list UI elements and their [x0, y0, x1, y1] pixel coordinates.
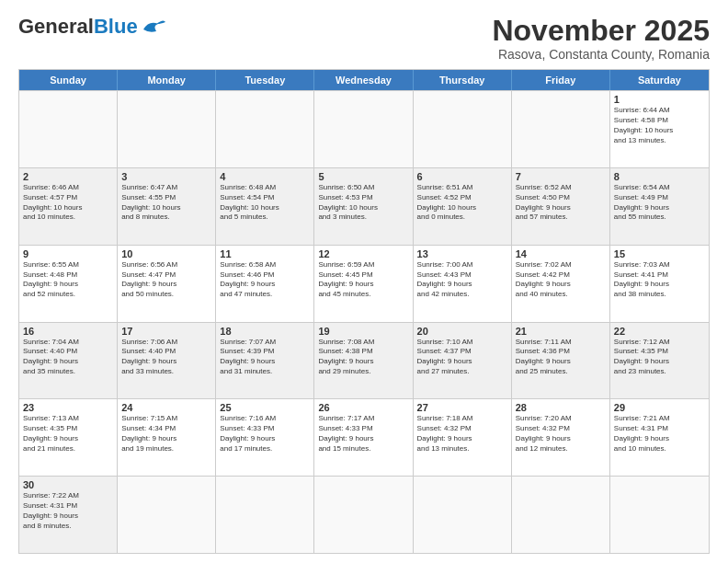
calendar-cell — [414, 477, 512, 553]
day-info: Sunrise: 6:56 AM Sunset: 4:47 PM Dayligh… — [121, 260, 211, 300]
header-day-tuesday: Tuesday — [216, 70, 314, 90]
header: General Blue November 2025 Rasova, Const… — [18, 15, 710, 62]
day-number: 22 — [614, 326, 705, 337]
day-info: Sunrise: 6:54 AM Sunset: 4:49 PM Dayligh… — [614, 183, 705, 223]
calendar-cell: 2Sunrise: 6:46 AM Sunset: 4:57 PM Daylig… — [19, 168, 118, 245]
day-info: Sunrise: 7:21 AM Sunset: 4:31 PM Dayligh… — [614, 414, 705, 454]
day-info: Sunrise: 7:02 AM Sunset: 4:42 PM Dayligh… — [516, 260, 606, 300]
day-info: Sunrise: 6:59 AM Sunset: 4:45 PM Dayligh… — [318, 260, 408, 300]
day-number: 13 — [417, 248, 507, 259]
day-number: 30 — [23, 479, 113, 490]
calendar-body: 1Sunrise: 6:44 AM Sunset: 4:58 PM Daylig… — [19, 90, 709, 553]
day-info: Sunrise: 6:50 AM Sunset: 4:53 PM Dayligh… — [318, 183, 408, 223]
day-number: 5 — [318, 171, 408, 182]
day-number: 8 — [614, 171, 705, 182]
calendar-cell — [118, 477, 216, 553]
day-number: 24 — [121, 402, 211, 413]
header-day-wednesday: Wednesday — [314, 70, 413, 90]
calendar-cell: 3Sunrise: 6:47 AM Sunset: 4:55 PM Daylig… — [118, 168, 216, 245]
calendar-cell — [414, 91, 512, 167]
day-number: 12 — [318, 248, 408, 259]
header-day-friday: Friday — [512, 70, 610, 90]
logo-general-text: General — [18, 15, 94, 39]
calendar-cell: 24Sunrise: 7:15 AM Sunset: 4:34 PM Dayli… — [118, 399, 216, 476]
day-number: 21 — [516, 326, 606, 337]
day-info: Sunrise: 7:13 AM Sunset: 4:35 PM Dayligh… — [23, 414, 113, 454]
calendar-cell: 17Sunrise: 7:06 AM Sunset: 4:40 PM Dayli… — [118, 323, 216, 399]
day-number: 18 — [220, 326, 310, 337]
day-number: 25 — [220, 402, 310, 413]
day-number: 3 — [121, 171, 211, 182]
calendar-week-3: 16Sunrise: 7:04 AM Sunset: 4:40 PM Dayli… — [19, 322, 709, 399]
calendar-cell — [314, 477, 413, 553]
logo-bird-icon — [140, 17, 165, 37]
header-day-monday: Monday — [118, 70, 216, 90]
calendar-week-2: 9Sunrise: 6:55 AM Sunset: 4:48 PM Daylig… — [19, 245, 709, 322]
calendar-cell: 22Sunrise: 7:12 AM Sunset: 4:35 PM Dayli… — [610, 323, 709, 399]
day-info: Sunrise: 6:52 AM Sunset: 4:50 PM Dayligh… — [516, 183, 606, 223]
day-number: 2 — [23, 171, 113, 182]
day-info: Sunrise: 7:12 AM Sunset: 4:35 PM Dayligh… — [614, 338, 705, 377]
day-number: 20 — [417, 326, 507, 337]
calendar-cell: 7Sunrise: 6:52 AM Sunset: 4:50 PM Daylig… — [512, 168, 610, 245]
day-info: Sunrise: 7:03 AM Sunset: 4:41 PM Dayligh… — [614, 260, 705, 300]
day-info: Sunrise: 7:11 AM Sunset: 4:36 PM Dayligh… — [516, 338, 606, 377]
day-number: 26 — [318, 402, 408, 413]
day-info: Sunrise: 7:10 AM Sunset: 4:37 PM Dayligh… — [417, 338, 507, 377]
calendar-cell — [216, 91, 314, 167]
day-number: 19 — [318, 326, 408, 337]
calendar-cell — [512, 477, 610, 553]
day-number: 11 — [220, 248, 310, 259]
calendar-cell: 8Sunrise: 6:54 AM Sunset: 4:49 PM Daylig… — [610, 168, 709, 245]
day-number: 27 — [417, 402, 507, 413]
calendar-cell: 14Sunrise: 7:02 AM Sunset: 4:42 PM Dayli… — [512, 246, 610, 322]
subtitle: Rasova, Constanta County, Romania — [492, 47, 710, 62]
day-info: Sunrise: 7:15 AM Sunset: 4:34 PM Dayligh… — [121, 414, 211, 454]
calendar-cell: 6Sunrise: 6:51 AM Sunset: 4:52 PM Daylig… — [414, 168, 512, 245]
calendar-cell — [216, 477, 314, 553]
day-number: 23 — [23, 402, 113, 413]
day-info: Sunrise: 7:00 AM Sunset: 4:43 PM Dayligh… — [417, 260, 507, 300]
calendar-cell — [118, 91, 216, 167]
calendar-cell: 5Sunrise: 6:50 AM Sunset: 4:53 PM Daylig… — [314, 168, 413, 245]
page: General Blue November 2025 Rasova, Const… — [0, 0, 728, 563]
day-number: 9 — [23, 248, 113, 259]
day-info: Sunrise: 7:16 AM Sunset: 4:33 PM Dayligh… — [220, 414, 310, 454]
calendar-cell: 20Sunrise: 7:10 AM Sunset: 4:37 PM Dayli… — [414, 323, 512, 399]
calendar-cell: 27Sunrise: 7:18 AM Sunset: 4:32 PM Dayli… — [414, 399, 512, 476]
calendar-cell: 11Sunrise: 6:58 AM Sunset: 4:46 PM Dayli… — [216, 246, 314, 322]
day-number: 28 — [516, 402, 606, 413]
calendar-cell — [610, 477, 709, 553]
calendar-cell: 1Sunrise: 6:44 AM Sunset: 4:58 PM Daylig… — [610, 91, 709, 167]
day-info: Sunrise: 6:46 AM Sunset: 4:57 PM Dayligh… — [23, 183, 113, 223]
day-info: Sunrise: 7:22 AM Sunset: 4:31 PM Dayligh… — [23, 491, 113, 531]
calendar-cell: 25Sunrise: 7:16 AM Sunset: 4:33 PM Dayli… — [216, 399, 314, 476]
day-info: Sunrise: 7:07 AM Sunset: 4:39 PM Dayligh… — [220, 338, 310, 377]
calendar-cell: 12Sunrise: 6:59 AM Sunset: 4:45 PM Dayli… — [314, 246, 413, 322]
day-number: 4 — [220, 171, 310, 182]
calendar-cell: 10Sunrise: 6:56 AM Sunset: 4:47 PM Dayli… — [118, 246, 216, 322]
day-number: 7 — [516, 171, 606, 182]
header-day-thursday: Thursday — [414, 70, 512, 90]
day-number: 14 — [516, 248, 606, 259]
day-number: 29 — [614, 402, 705, 413]
calendar-week-5: 30Sunrise: 7:22 AM Sunset: 4:31 PM Dayli… — [19, 476, 709, 553]
day-info: Sunrise: 7:04 AM Sunset: 4:40 PM Dayligh… — [23, 338, 113, 377]
calendar-cell: 29Sunrise: 7:21 AM Sunset: 4:31 PM Dayli… — [610, 399, 709, 476]
calendar-week-0: 1Sunrise: 6:44 AM Sunset: 4:58 PM Daylig… — [19, 90, 709, 167]
calendar-cell: 28Sunrise: 7:20 AM Sunset: 4:32 PM Dayli… — [512, 399, 610, 476]
day-info: Sunrise: 6:47 AM Sunset: 4:55 PM Dayligh… — [121, 183, 211, 223]
day-number: 1 — [614, 94, 705, 105]
calendar-week-4: 23Sunrise: 7:13 AM Sunset: 4:35 PM Dayli… — [19, 398, 709, 476]
calendar-cell — [314, 91, 413, 167]
day-info: Sunrise: 7:18 AM Sunset: 4:32 PM Dayligh… — [417, 414, 507, 454]
header-day-sunday: Sunday — [19, 70, 118, 90]
header-day-saturday: Saturday — [610, 70, 709, 90]
day-number: 6 — [417, 171, 507, 182]
calendar-cell: 21Sunrise: 7:11 AM Sunset: 4:36 PM Dayli… — [512, 323, 610, 399]
day-info: Sunrise: 7:06 AM Sunset: 4:40 PM Dayligh… — [121, 338, 211, 377]
calendar-cell — [19, 91, 118, 167]
day-info: Sunrise: 6:48 AM Sunset: 4:54 PM Dayligh… — [220, 183, 310, 223]
calendar-cell: 18Sunrise: 7:07 AM Sunset: 4:39 PM Dayli… — [216, 323, 314, 399]
day-number: 15 — [614, 248, 705, 259]
